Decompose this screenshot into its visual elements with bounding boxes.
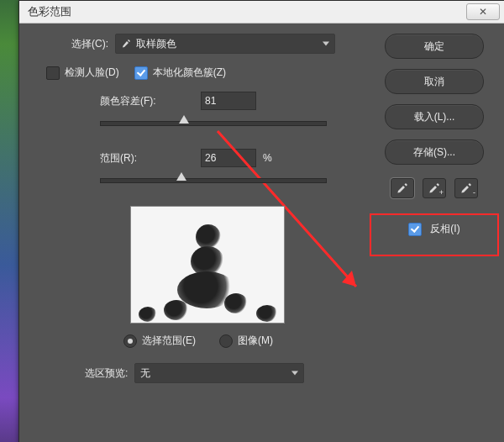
dialog-body: 选择(C): 取样颜色 检测人脸(D) 本地化颜色簇(Z) [19,24,504,442]
fuzziness-input[interactable] [201,92,256,110]
right-panel: 确定 取消 载入(L)... 存储(S)... + - [375,34,493,437]
select-label: 选择(C): [71,37,108,51]
ok-label: 确定 [424,39,444,54]
eyedropper-subtract-button[interactable]: - [454,178,478,198]
load-button[interactable]: 载入(L)... [385,104,484,129]
eyedropper-add-button[interactable]: + [423,178,446,198]
checkbox-icon [408,223,422,236]
color-range-dialog: 色彩范围 ✕ 选择(C): 取样颜色 [18,0,504,442]
select-value: 取样颜色 [136,37,176,51]
radio-selection-label: 选择范围(E) [142,334,196,348]
invert-checkbox[interactable]: 反相(I) [376,222,492,236]
chevron-down-icon [291,371,298,376]
load-label: 载入(L)... [414,110,455,124]
range-unit: % [263,152,272,164]
localized-clusters-label: 本地化颜色簇(Z) [153,66,226,80]
radio-image-label: 图像(M) [238,334,273,348]
selection-preview-image [130,206,285,324]
checkbox-icon [46,66,60,80]
slider-thumb[interactable] [179,115,189,124]
preview-mode-radios: 选择范围(E) 图像(M) [123,334,375,348]
plus-icon: + [439,189,444,197]
range-label: 范围(R): [100,151,201,166]
close-icon: ✕ [479,6,487,18]
localized-clusters-checkbox[interactable]: 本地化颜色簇(Z) [134,66,226,80]
chevron-down-icon [323,42,329,46]
left-panel: 选择(C): 取样颜色 检测人脸(D) 本地化颜色簇(Z) [31,34,375,437]
dialog-title: 色彩范围 [28,4,71,19]
range-row: 范围(R): % [100,149,375,167]
background-image-strip [0,0,18,442]
save-label: 存储(S)... [413,145,455,160]
ok-button[interactable]: 确定 [385,34,484,59]
invert-highlight-box: 反相(I) [370,213,499,256]
save-button[interactable]: 存储(S)... [385,139,484,165]
minus-icon: - [473,189,475,197]
fuzziness-label: 颜色容差(F): [100,94,201,108]
slider-track [100,121,327,126]
radio-image[interactable]: 图像(M) [219,334,273,348]
range-slider[interactable] [100,172,327,189]
cancel-label: 取消 [424,75,444,89]
titlebar: 色彩范围 ✕ [19,1,504,24]
selection-preview-label: 选区预览: [85,366,128,381]
fuzziness-slider[interactable] [100,115,327,132]
cancel-button[interactable]: 取消 [385,69,484,94]
eyedropper-toolbar: + - [391,178,478,198]
select-dropdown[interactable]: 取样颜色 [115,34,335,54]
eyedropper-button[interactable] [391,178,414,198]
slider-track [100,178,327,183]
eyedropper-icon [396,182,409,195]
fuzziness-row: 颜色容差(F): [100,92,375,110]
selection-preview-row: 选区预览: 无 [85,363,375,383]
checkbox-row: 检测人脸(D) 本地化颜色簇(Z) [46,66,375,80]
radio-selection[interactable]: 选择范围(E) [123,334,196,348]
detect-faces-checkbox[interactable]: 检测人脸(D) [46,66,119,80]
selection-preview-dropdown[interactable]: 无 [134,363,304,383]
eyedropper-icon [121,39,131,49]
selection-preview-value: 无 [140,366,150,381]
range-input[interactable] [201,149,256,167]
detect-faces-label: 检测人脸(D) [65,66,119,80]
slider-thumb[interactable] [176,172,186,181]
select-row: 选择(C): 取样颜色 [71,34,375,54]
radio-icon [219,334,233,348]
checkbox-icon [134,66,148,80]
invert-label: 反相(I) [430,222,459,236]
radio-icon [123,334,137,348]
close-button[interactable]: ✕ [466,3,500,20]
eyedropper-icon [459,182,473,195]
